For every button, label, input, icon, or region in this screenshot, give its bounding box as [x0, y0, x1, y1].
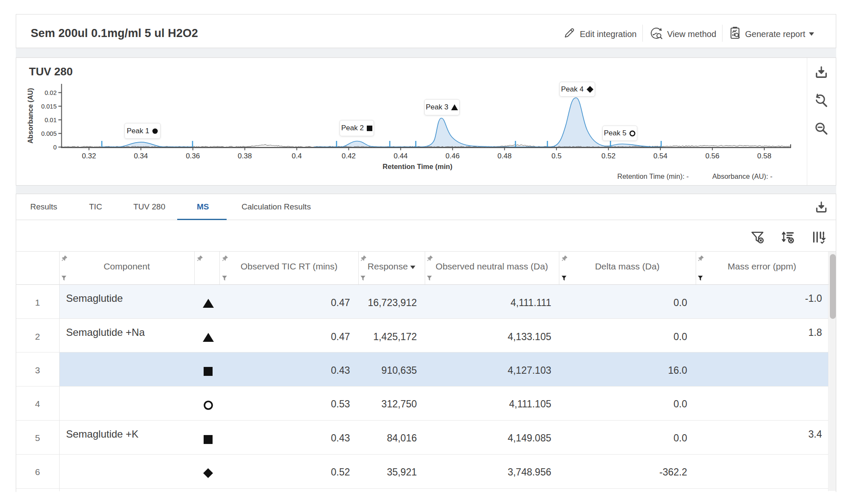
- svg-text:0.34: 0.34: [134, 152, 148, 160]
- svg-text:0.5: 0.5: [551, 152, 561, 160]
- svg-text:Retention Time (min): Retention Time (min): [383, 163, 452, 170]
- svg-text:0.54: 0.54: [653, 152, 668, 160]
- svg-text:Retention Time (min): -: Retention Time (min): -: [617, 172, 689, 180]
- svg-text:0.4: 0.4: [292, 152, 302, 160]
- svg-text:0: 0: [53, 144, 57, 151]
- svg-text:0.38: 0.38: [238, 152, 252, 160]
- svg-text:0.32: 0.32: [82, 152, 96, 160]
- svg-text:0.56: 0.56: [705, 152, 720, 160]
- svg-text:0.02: 0.02: [45, 89, 57, 96]
- svg-text:0.44: 0.44: [394, 152, 408, 160]
- svg-text:0.52: 0.52: [602, 152, 616, 160]
- svg-text:0.46: 0.46: [446, 152, 460, 160]
- svg-text:0.36: 0.36: [186, 152, 200, 160]
- svg-text:Absorbance (AU): Absorbance (AU): [27, 88, 34, 144]
- svg-text:0.58: 0.58: [757, 152, 771, 160]
- svg-text:0.015: 0.015: [41, 103, 57, 110]
- svg-text:0.42: 0.42: [342, 152, 356, 160]
- svg-text:Absorbance (AU): -: Absorbance (AU): -: [712, 172, 772, 180]
- svg-text:0.48: 0.48: [498, 152, 512, 160]
- svg-text:0.005: 0.005: [41, 130, 57, 137]
- svg-text:0.01: 0.01: [45, 117, 57, 123]
